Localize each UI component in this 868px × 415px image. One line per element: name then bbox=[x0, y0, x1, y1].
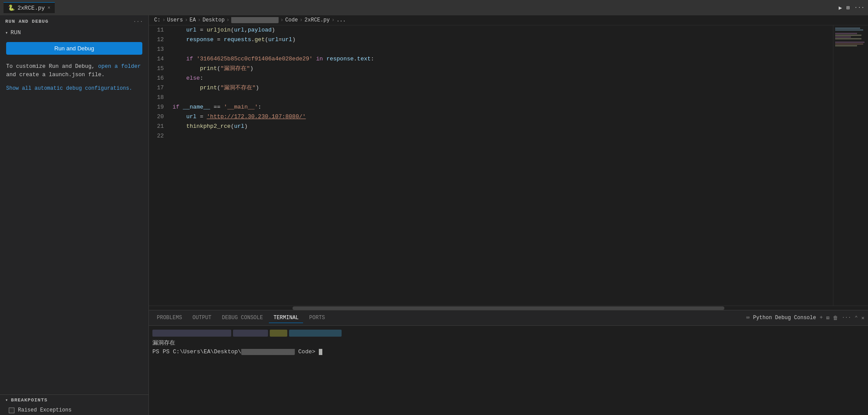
bottom-panel: PROBLEMS OUTPUT DEBUG CONSOLE TERMINAL P… bbox=[149, 310, 868, 415]
main-layout: RUN AND DEBUG ··· ▾ RUN Run and Debug To… bbox=[0, 15, 868, 415]
breadcrumb-sep6: › bbox=[300, 17, 303, 23]
editor-with-minimap: 11 url = urljoin(url,payload) 12 respons… bbox=[149, 25, 868, 306]
breakpoints-label: BREAKPOINTS bbox=[11, 397, 48, 403]
breadcrumb-sep5: › bbox=[280, 17, 283, 23]
line-num-14: 14 bbox=[149, 54, 171, 64]
add-terminal-icon[interactable]: + bbox=[819, 315, 822, 321]
sidebar-description: To customize Run and Debug, open a folde… bbox=[0, 59, 148, 83]
line-content-17: print("漏洞不存在") bbox=[171, 83, 833, 93]
python-debug-label: Python Debug Console bbox=[753, 315, 816, 321]
tab-problems[interactable]: PROBLEMS bbox=[152, 313, 187, 323]
open-folder-link[interactable]: open a folder bbox=[98, 63, 141, 70]
line-content-15: print("漏洞存在") bbox=[171, 64, 833, 74]
breadcrumb-sep4: › bbox=[226, 17, 229, 23]
code-line-12: 12 response = requests.get(url=url) bbox=[149, 35, 833, 45]
line-num-13: 13 bbox=[149, 45, 171, 54]
tab-label: 2xRCE.py bbox=[18, 5, 45, 11]
line-content-19: if __name__ == '__main__': bbox=[171, 102, 833, 112]
line-num-15: 15 bbox=[149, 64, 171, 74]
code-line-18: 18 bbox=[149, 93, 833, 102]
breadcrumb: C: › Users › EA › Desktop › ████████ ███… bbox=[149, 15, 868, 25]
terminal-blurred-row-1 bbox=[152, 328, 864, 338]
line-content-11: url = urljoin(url,payload) bbox=[171, 25, 833, 35]
code-line-13: 13 bbox=[149, 45, 833, 54]
show-configs-link[interactable]: Show all automatic debug configurations. bbox=[0, 83, 148, 94]
line-num-21: 21 bbox=[149, 122, 171, 131]
terminal-code-suffix: Code> bbox=[295, 348, 319, 355]
code-line-21: 21 thinkphp2_rce(url) bbox=[149, 122, 833, 131]
tab-terminal[interactable]: TERMINAL bbox=[269, 313, 303, 323]
terminal-blurred-path: ████████ ████████ bbox=[241, 349, 295, 355]
line-num-11: 11 bbox=[149, 25, 171, 35]
line-content-22 bbox=[171, 131, 833, 141]
breadcrumb-c: C: bbox=[154, 17, 160, 23]
code-scrollbar[interactable] bbox=[149, 306, 868, 310]
split-icon[interactable]: ⊞ bbox=[847, 4, 850, 11]
run-section-header[interactable]: ▾ RUN bbox=[0, 28, 148, 38]
code-line-17: 17 print("漏洞不存在") bbox=[149, 83, 833, 93]
panel-right-icons: ⌨ Python Debug Console + ⊞ 🗑 ··· ⌃ ✕ bbox=[746, 314, 864, 321]
line-num-19: 19 bbox=[149, 102, 171, 112]
breadcrumb-file[interactable]: 2xRCE.py bbox=[304, 17, 330, 23]
run-and-debug-button[interactable]: Run and Debug bbox=[6, 42, 142, 55]
description-text2: and create a launch.json file. bbox=[6, 72, 105, 78]
more-terminal-icon[interactable]: ··· bbox=[842, 315, 851, 321]
raised-exceptions-label: Raised Exceptions bbox=[18, 407, 71, 413]
delete-terminal-icon[interactable]: 🗑 bbox=[833, 315, 838, 321]
run-section-label: RUN bbox=[11, 29, 21, 36]
close-panel-icon[interactable]: ✕ bbox=[861, 315, 864, 321]
code-line-20: 20 url = 'http://172.30.230.107:8080/' bbox=[149, 112, 833, 122]
file-tab[interactable]: 🐍 2xRCE.py × bbox=[4, 2, 55, 13]
raised-exceptions-checkbox[interactable] bbox=[9, 408, 14, 413]
blurred-block-1 bbox=[152, 330, 231, 337]
sidebar: RUN AND DEBUG ··· ▾ RUN Run and Debug To… bbox=[0, 15, 149, 415]
line-content-13 bbox=[171, 45, 833, 54]
tab-ports[interactable]: PORTS bbox=[305, 313, 329, 323]
line-content-20: url = 'http://172.30.230.107:8080/' bbox=[171, 112, 833, 122]
terminal-vuln-text: 漏洞存在 bbox=[152, 340, 175, 346]
breadcrumb-sep1: › bbox=[162, 17, 165, 23]
breakpoints-header[interactable]: ▾ BREAKPOINTS bbox=[0, 395, 148, 405]
maximize-panel-icon[interactable]: ⌃ bbox=[855, 315, 858, 321]
breadcrumb-users: Users bbox=[167, 17, 183, 23]
breakpoint-item: Raised Exceptions bbox=[0, 405, 148, 415]
terminal-cursor bbox=[319, 349, 322, 355]
breadcrumb-ea: EA bbox=[190, 17, 196, 23]
tab-output[interactable]: OUTPUT bbox=[188, 313, 216, 323]
panel-tabs: PROBLEMS OUTPUT DEBUG CONSOLE TERMINAL P… bbox=[149, 310, 868, 326]
breadcrumb-sep2: › bbox=[185, 17, 188, 23]
line-num-16: 16 bbox=[149, 74, 171, 83]
terminal-prompt-line: PS PS C:\Users\EA\Desktop\████████ █████… bbox=[152, 348, 864, 356]
split-terminal-icon[interactable]: ⊞ bbox=[826, 315, 829, 321]
more-icon[interactable]: ··· bbox=[854, 4, 864, 11]
breadcrumb-sep7: › bbox=[332, 17, 335, 23]
code-container[interactable]: 11 url = urljoin(url,payload) 12 respons… bbox=[149, 25, 833, 306]
code-lines: 11 url = urljoin(url,payload) 12 respons… bbox=[149, 25, 833, 141]
code-line-11: 11 url = urljoin(url,payload) bbox=[149, 25, 833, 35]
blurred-block-3 bbox=[270, 330, 287, 337]
run-icon[interactable]: ▶ bbox=[839, 4, 842, 11]
blurred-block-4 bbox=[289, 330, 342, 337]
line-content-16: else: bbox=[171, 74, 833, 83]
blurred-block-2 bbox=[233, 330, 268, 337]
breadcrumb-sep3: › bbox=[198, 17, 201, 23]
minimap bbox=[833, 25, 868, 306]
terminal-ps-prefix: PS bbox=[152, 348, 162, 355]
line-content-21: thinkphp2_rce(url) bbox=[171, 122, 833, 131]
breadcrumb-desktop: Desktop bbox=[202, 17, 224, 23]
line-content-12: response = requests.get(url=url) bbox=[171, 35, 833, 45]
sidebar-more-icon[interactable]: ··· bbox=[133, 19, 143, 24]
line-content-18 bbox=[171, 93, 833, 102]
tab-close-icon[interactable]: × bbox=[47, 5, 50, 11]
line-content-14: if '31664625b85cc0cf91406a4e028ede29' in… bbox=[171, 54, 833, 64]
sidebar-header: RUN AND DEBUG ··· bbox=[0, 15, 148, 28]
breadcrumb-code: Code bbox=[285, 17, 298, 23]
code-line-19: 19 if __name__ == '__main__': bbox=[149, 102, 833, 112]
tab-debug-console[interactable]: DEBUG CONSOLE bbox=[218, 313, 268, 323]
description-text1: To customize Run and Debug, bbox=[6, 63, 98, 70]
line-num-20: 20 bbox=[149, 112, 171, 122]
code-line-22: 22 bbox=[149, 131, 833, 141]
line-num-17: 17 bbox=[149, 83, 171, 93]
terminal-content[interactable]: 漏洞存在 PS PS C:\Users\EA\Desktop\████████ … bbox=[149, 326, 868, 415]
line-num-22: 22 bbox=[149, 131, 171, 141]
